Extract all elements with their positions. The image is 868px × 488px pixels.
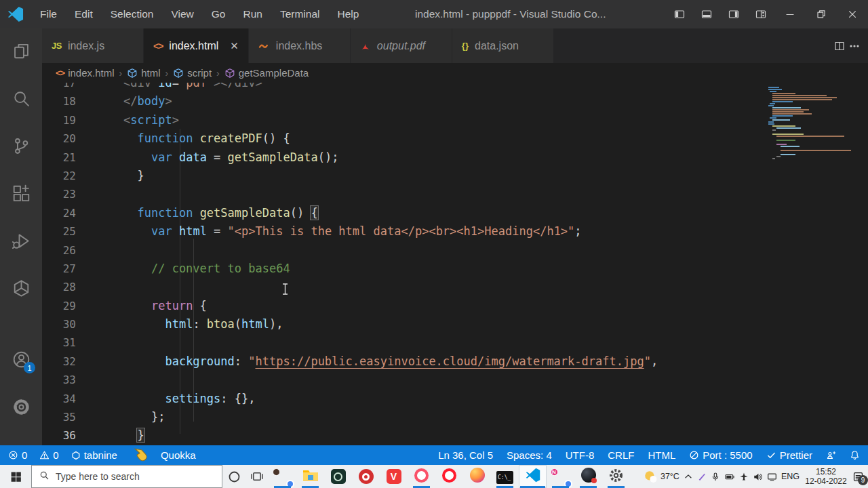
taskbar-app-opera[interactable] (435, 465, 463, 488)
breadcrumb-item-html[interactable]: html (127, 67, 160, 79)
code-line-36[interactable]: 36 } (42, 426, 868, 445)
code-line-20[interactable]: 20 function createPDF() { (42, 129, 868, 148)
code-line-34[interactable]: 34 settings: {}, (42, 390, 868, 408)
line-number[interactable]: 30 (42, 315, 76, 333)
tab-index.hbs[interactable]: index.hbs (249, 28, 351, 63)
chevron-up-tray[interactable] (684, 472, 693, 481)
taskbar-app-vscode[interactable] (519, 465, 547, 488)
line-number[interactable]: 27 (42, 260, 76, 278)
activitybar-explorer[interactable] (0, 34, 42, 68)
tab-data.json[interactable]: {}data.json (452, 28, 554, 63)
code-line-31[interactable]: 31 (42, 333, 868, 352)
taskbar-app-chrome[interactable] (269, 465, 296, 488)
line-number[interactable]: 33 (42, 371, 76, 389)
taskbar-app-explorer[interactable] (296, 465, 324, 488)
menu-item-view[interactable]: View (162, 0, 202, 28)
tab-index.html[interactable]: <>index.html✕ (144, 28, 249, 63)
taskbar-search-input[interactable]: Type here to search (31, 465, 222, 488)
tab-output.pdf[interactable]: output.pdf (351, 28, 452, 63)
line-number[interactable]: 25 (42, 222, 76, 241)
line-number[interactable]: 23 (42, 185, 76, 203)
breadcrumb-item-index.html[interactable]: <>index.html (56, 67, 115, 79)
line-number[interactable]: 31 (42, 333, 76, 352)
pen-tray[interactable] (697, 472, 707, 481)
line-number[interactable]: 32 (42, 352, 76, 371)
menu-item-go[interactable]: Go (203, 0, 235, 28)
statusbar-tabnine[interactable]: tabnine (71, 449, 117, 461)
line-number[interactable]: 29 (42, 297, 76, 315)
code-line-29[interactable]: 29 return { (42, 297, 868, 315)
line-number[interactable]: 34 (42, 390, 76, 408)
line-number[interactable]: 21 (42, 148, 76, 167)
cast-tray[interactable] (767, 472, 777, 482)
line-number[interactable]: 20 (42, 129, 76, 148)
line-number[interactable]: 35 (42, 408, 76, 426)
code-line-30[interactable]: 30 html: btoa(html), (42, 315, 868, 333)
code-line-24[interactable]: 24 function getSampleData() { (42, 204, 868, 222)
statusbar-utf-8[interactable]: UTF-8 (566, 449, 595, 461)
statusbar-quokka[interactable]: Quokka (161, 449, 196, 461)
layout-customize-button[interactable] (747, 0, 774, 28)
tray-clock[interactable]: 15:5212-04-2022 (804, 467, 848, 487)
code-line-32[interactable]: 32 background: "https://public.easyinvoi… (42, 352, 868, 371)
taskbar-app-cmd[interactable]: C:\_ (491, 465, 519, 488)
code-line-25[interactable]: 25 var html = "<p>This is the html data<… (42, 222, 868, 241)
line-number[interactable]: 26 (42, 241, 76, 260)
statusbar-0[interactable]: 0 (39, 449, 58, 461)
statusbar-spaces-4[interactable]: Spaces: 4 (507, 449, 552, 461)
layout-sidebar-left-button[interactable] (666, 0, 693, 28)
line-number[interactable]: 36 (42, 426, 76, 445)
code-line-19[interactable]: 19<script> (42, 111, 868, 129)
breadcrumb-item-getSampleData[interactable]: getSampleData (224, 67, 309, 79)
taskbar-app-green-app[interactable] (324, 465, 352, 488)
code-line-23[interactable]: 23 (42, 185, 868, 203)
statusbar-port-5500[interactable]: Port : 5500 (689, 449, 752, 461)
statusbar-bell[interactable] (850, 450, 860, 460)
tray-language[interactable]: ENG (781, 472, 800, 481)
menu-item-terminal[interactable]: Terminal (271, 0, 329, 28)
mic-tray[interactable] (711, 472, 720, 481)
statusbar-ln-36-col-5[interactable]: Ln 36, Col 5 (438, 449, 493, 461)
notification-center-button[interactable]: 9 (852, 471, 864, 483)
layout-sidebar-right-button[interactable] (720, 0, 747, 28)
airplane-tray[interactable] (739, 472, 749, 481)
battery-tray[interactable] (724, 472, 735, 482)
start-button[interactable] (0, 465, 31, 488)
code-line-26[interactable]: 26 (42, 241, 868, 260)
line-number[interactable]: 17 (42, 83, 76, 92)
activitybar-hex-extension[interactable] (0, 271, 42, 305)
taskbar-app-sphere[interactable] (574, 465, 602, 488)
menu-item-edit[interactable]: Edit (66, 0, 102, 28)
activitybar-source-control[interactable] (0, 129, 42, 163)
taskbar-app-firefox[interactable] (463, 465, 491, 488)
activitybar-run-debug[interactable] (0, 224, 42, 258)
layout-panel-button[interactable] (693, 0, 720, 28)
volume-tray[interactable] (753, 472, 763, 482)
taskbar-app-red-app[interactable] (352, 465, 380, 488)
more-actions-icon[interactable] (849, 41, 860, 52)
taskbar-app-opera-gx[interactable] (408, 465, 435, 488)
activitybar-accounts[interactable]: 1 (0, 342, 42, 376)
line-number[interactable]: 24 (42, 204, 76, 222)
task-view-button[interactable] (245, 465, 269, 488)
line-number[interactable]: 28 (42, 278, 76, 296)
weather-item[interactable]: 37°C (644, 470, 679, 483)
menu-item-selection[interactable]: Selection (102, 0, 163, 28)
minimize-button[interactable] (774, 0, 806, 28)
split-editor-icon[interactable] (834, 41, 845, 52)
cortana-button[interactable] (222, 465, 245, 488)
menu-item-help[interactable]: Help (329, 0, 368, 28)
menu-item-run[interactable]: Run (234, 0, 271, 28)
statusbar-crlf[interactable]: CRLF (608, 449, 634, 461)
restore-button[interactable] (806, 0, 837, 28)
close-button[interactable] (837, 0, 868, 28)
code-line-22[interactable]: 22 } (42, 167, 868, 185)
taskbar-app-gear-app[interactable] (602, 465, 630, 488)
menu-item-file[interactable]: File (31, 0, 66, 28)
statusbar-prettier[interactable]: Prettier (766, 449, 812, 461)
tab-index.js[interactable]: JSindex.js (42, 28, 144, 63)
activitybar-settings[interactable] (0, 390, 42, 424)
code-area[interactable]: 17<div id="pdf"></div>18</body>19<script… (42, 83, 868, 445)
code-line-33[interactable]: 33 (42, 371, 868, 389)
code-line-35[interactable]: 35 }; (42, 408, 868, 426)
